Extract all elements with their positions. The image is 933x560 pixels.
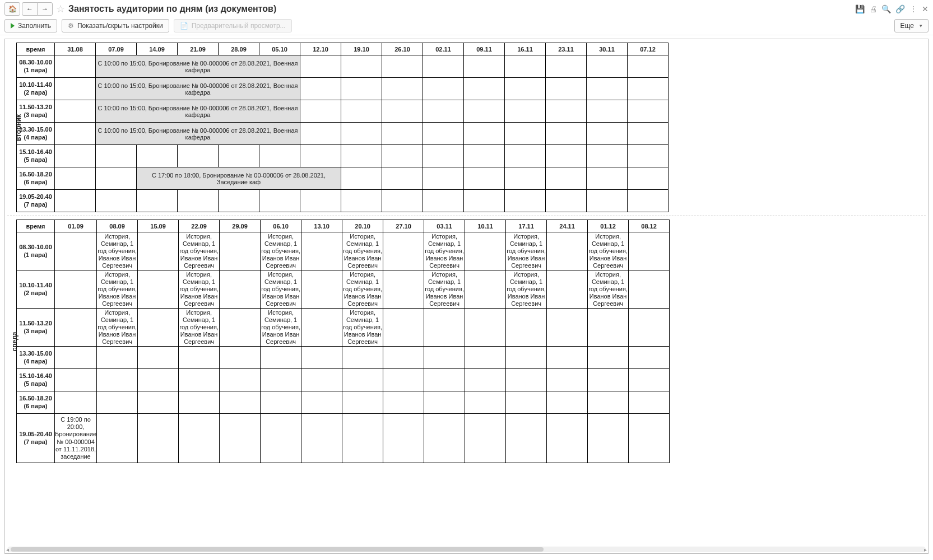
date-header: 03.11 [424, 220, 465, 232]
empty-cell [341, 190, 382, 212]
empty-cell [588, 369, 629, 391]
close-icon[interactable]: ✕ [922, 4, 929, 13]
empty-cell [342, 414, 383, 463]
empty-cell [219, 190, 259, 212]
empty-cell [424, 414, 465, 463]
day-divider [7, 216, 926, 216]
time-cell: 10.10-11.40(2 пара) [17, 78, 55, 100]
date-header: 01.12 [588, 220, 629, 232]
empty-cell [547, 347, 588, 369]
lecture-cell: История, Семинар, 1 год обучения, Иванов… [97, 232, 138, 270]
link-icon[interactable]: 🔗 [895, 4, 905, 13]
titlebar: 🏠 ← → ☆ Занятость аудитории по дням (из … [0, 0, 933, 17]
empty-cell [138, 309, 179, 347]
empty-cell [341, 55, 382, 78]
toggle-settings-button[interactable]: ⚙ Показать/скрыть настройки [62, 19, 169, 32]
empty-cell [505, 78, 546, 100]
empty-cell [505, 100, 546, 123]
empty-cell [55, 190, 96, 212]
scroll-left-icon[interactable]: ◂ [6, 547, 9, 553]
empty-cell [97, 347, 138, 369]
day-block: средавремя01.0908.0915.0922.0929.0906.10… [7, 220, 926, 463]
empty-cell [97, 414, 138, 463]
empty-cell [547, 391, 588, 414]
empty-cell [505, 123, 546, 145]
empty-cell [341, 78, 382, 100]
kebab-menu-icon[interactable]: ⋮ [909, 4, 917, 13]
empty-cell [382, 78, 423, 100]
empty-cell [301, 309, 342, 347]
empty-cell [464, 190, 505, 212]
empty-cell [55, 145, 96, 167]
empty-cell [383, 391, 424, 414]
date-header: 27.10 [383, 220, 424, 232]
empty-cell [342, 391, 383, 414]
document-icon: 📄 [180, 22, 188, 30]
empty-cell [178, 190, 219, 212]
time-cell: 19.05-20.40(7 пара) [17, 414, 55, 463]
day-label: вторник [15, 114, 22, 141]
scroll-right-icon[interactable]: ▸ [924, 547, 927, 553]
date-header: 07.09 [96, 43, 137, 55]
empty-cell [220, 369, 261, 391]
table-row: 19.05-20.40(7 пара)С 19:00 по 20:00, Бро… [17, 414, 670, 463]
empty-cell [628, 55, 669, 78]
empty-cell [300, 123, 341, 145]
more-button[interactable]: Еще ▾ [894, 19, 929, 32]
date-header: 30.11 [587, 43, 628, 55]
empty-cell [341, 145, 382, 167]
empty-cell [423, 145, 464, 167]
empty-cell [587, 55, 628, 78]
empty-cell [547, 369, 588, 391]
report-scroll[interactable]: вторниквремя31.0807.0914.0921.0928.0905.… [5, 39, 928, 545]
date-header: 05.10 [259, 43, 300, 55]
home-button[interactable]: 🏠 [4, 2, 20, 16]
empty-cell [179, 391, 220, 414]
empty-cell [423, 190, 464, 212]
favorite-star-icon[interactable]: ☆ [56, 3, 65, 15]
nav-forward-button[interactable]: → [37, 2, 53, 16]
empty-cell [628, 123, 669, 145]
date-header: 24.11 [547, 220, 588, 232]
schedule-table: время01.0908.0915.0922.0929.0906.1013.10… [16, 220, 670, 463]
schedule-table: время31.0807.0914.0921.0928.0905.1012.10… [16, 43, 669, 212]
table-row: 08.30-10.00(1 пара)С 10:00 по 15:00, Бро… [17, 55, 669, 78]
empty-cell [546, 190, 587, 212]
save-icon[interactable]: 💾 [855, 4, 865, 13]
empty-cell [423, 100, 464, 123]
table-row: 10.10-11.40(2 пара)История, Семинар, 1 г… [17, 270, 670, 309]
date-header: 28.09 [219, 43, 259, 55]
date-header: 02.11 [423, 43, 464, 55]
horizontal-scrollbar[interactable]: ◂ ▸ [7, 547, 926, 552]
table-row: 11.50-13.20(3 пара)С 10:00 по 15:00, Бро… [17, 100, 669, 123]
print-icon[interactable]: 🖨 [869, 4, 877, 13]
empty-cell [464, 145, 505, 167]
fill-button[interactable]: Заполнить [4, 19, 57, 32]
empty-cell [138, 391, 179, 414]
empty-cell [587, 123, 628, 145]
empty-cell [219, 145, 259, 167]
table-row: 11.50-13.20(3 пара)История, Семинар, 1 г… [17, 309, 670, 347]
date-header: 31.08 [55, 43, 96, 55]
empty-cell [424, 369, 465, 391]
empty-cell [301, 391, 342, 414]
empty-cell [629, 232, 670, 270]
preview-button[interactable]: 📄 Предварительный просмотр... [174, 19, 292, 32]
empty-cell [259, 190, 300, 212]
nav-back-button[interactable]: ← [22, 2, 38, 16]
empty-cell [464, 78, 505, 100]
empty-cell [464, 167, 505, 190]
search-report-icon[interactable]: 🔍 [881, 4, 891, 13]
empty-cell [629, 270, 670, 309]
empty-cell [587, 78, 628, 100]
empty-cell [628, 78, 669, 100]
date-header: 10.11 [465, 220, 506, 232]
empty-cell [179, 414, 220, 463]
empty-cell [423, 55, 464, 78]
empty-cell [465, 347, 506, 369]
empty-cell [465, 391, 506, 414]
time-cell: 10.10-11.40(2 пара) [17, 270, 55, 309]
empty-cell [220, 309, 261, 347]
scrollbar-thumb[interactable] [11, 547, 544, 552]
table-row: 15.10-16.40(5 пара) [17, 145, 669, 167]
